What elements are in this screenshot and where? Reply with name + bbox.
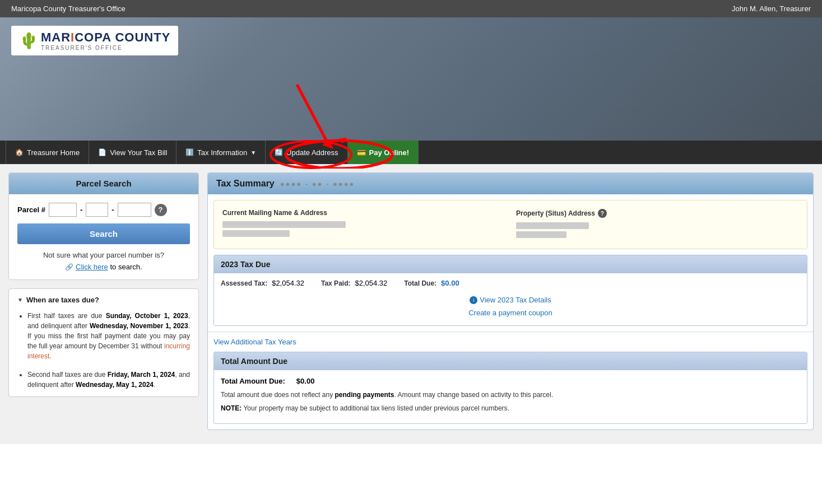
refresh-icon: 🔄 (275, 148, 283, 156)
nav-pay-online[interactable]: 💳 Pay Online! (348, 141, 419, 164)
county-name: MARICOPA COUNTY (41, 30, 170, 45)
credit-card-icon: 💳 (357, 148, 366, 157)
cactus-icon: 🌵 (19, 33, 39, 49)
view-additional-tax-years-link[interactable]: View Additional Tax Years (213, 338, 807, 346)
total-amount-header: Total Amount Due (214, 352, 807, 370)
mailing-address-col: Current Mailing Name & Address (222, 209, 505, 240)
parcel-input-2[interactable] (86, 203, 108, 217)
property-address-line1-redacted (516, 222, 589, 229)
taxes-due-box: ▼ When are taxes due? First half taxes a… (8, 288, 199, 397)
taxes-due-item-2: Second half taxes are due Friday, March … (27, 370, 190, 390)
mailing-address-label: Current Mailing Name & Address (222, 209, 505, 217)
tax-2023-header: 2023 Tax Due (214, 255, 807, 273)
nav-view-tax-bill[interactable]: 📄 View Your Tax Bill (89, 141, 177, 164)
nav-wrapper: 🏠 Treasurer Home 📄 View Your Tax Bill ℹ️… (0, 141, 822, 164)
parcel-input-1[interactable] (49, 203, 77, 217)
parcel-search-title: Parcel Search (9, 173, 198, 194)
view-2023-tax-details-link[interactable]: i View 2023 Tax Details (470, 296, 551, 304)
taxes-due-title: ▼ When are taxes due? (17, 296, 190, 304)
document-icon: 📄 (98, 148, 106, 156)
tax-summary-box: Tax Summary ●●●● - ●● - ●●●● Current Mai… (207, 172, 814, 430)
banner: // We'll generate this via inline approa… (0, 17, 822, 141)
parcel-label: Parcel # (17, 206, 45, 214)
property-address-info-icon[interactable]: ? (598, 209, 607, 218)
parcel-dash-2: - (112, 206, 114, 214)
search-button[interactable]: Search (17, 223, 190, 244)
tax-paid-value: $2,054.32 (355, 279, 387, 287)
office-subtitle: TREASURER'S OFFICE (41, 45, 170, 51)
tax-2023-section: 2023 Tax Due Assessed Tax: $2,054.32 Tax… (213, 255, 807, 326)
total-amount-body: Total Amount Due: $0.00 Total amount due… (214, 370, 807, 423)
parcel-help-button[interactable]: ? (155, 204, 167, 216)
tax-paid-field: Tax Paid: $2,054.32 (321, 279, 387, 287)
not-sure-text: Not sure what your parcel number is? (17, 251, 190, 259)
info-icon: ℹ️ (185, 148, 194, 156)
taxes-due-item-1: First half taxes are due Sunday, October… (27, 311, 190, 361)
logo: 🌵 MARICOPA COUNTY TREASURER'S OFFICE (11, 26, 178, 55)
mailing-address-line1-redacted (222, 221, 346, 228)
info-circle-icon: i (470, 296, 477, 304)
property-address-line2-redacted (516, 231, 566, 238)
parcel-input-3[interactable] (118, 203, 151, 217)
treasurer-name: John M. Allen, Treasurer (732, 4, 811, 13)
mailing-address-line2-redacted (222, 230, 290, 237)
create-payment-coupon-link[interactable]: Create a payment coupon (468, 309, 552, 317)
total-amount-value: $0.00 (296, 377, 315, 385)
dropdown-arrow-icon: ▼ (250, 150, 256, 156)
tax-summary-header: Tax Summary ●●●● - ●● - ●●●● (208, 173, 813, 194)
view-additional-row: View Additional Tax Years (208, 332, 813, 352)
parcel-search-box: Parcel Search Parcel # - - ? Search Not … (8, 172, 199, 280)
triangle-icon: ▼ (17, 297, 23, 303)
top-header: Maricopa County Treasurer's Office John … (0, 0, 822, 17)
right-panel: Tax Summary ●●●● - ●● - ●●●● Current Mai… (207, 172, 814, 436)
total-amount-row: Total Amount Due: $0.00 (221, 377, 800, 385)
total-amount-label: Total Amount Due: (221, 377, 285, 385)
total-due-field: Total Due: $0.00 (404, 279, 459, 287)
tax-2023-row: Assessed Tax: $2,054.32 Tax Paid: $2,054… (221, 279, 800, 287)
total-due-value: $0.00 (441, 279, 459, 287)
taxes-due-list: First half taxes are due Sunday, October… (17, 311, 190, 390)
assessed-tax-field: Assessed Tax: $2,054.32 (221, 279, 304, 287)
parcel-number-redacted: ●●●● - ●● - ●●●● (280, 180, 355, 188)
address-section: Current Mailing Name & Address Property … (213, 200, 807, 249)
home-icon: 🏠 (15, 148, 24, 156)
property-address-label: Property (Situs) Address ? (516, 209, 798, 218)
assessed-tax-value: $2,054.32 (272, 279, 304, 287)
sidebar: Parcel Search Parcel # - - ? Search Not … (8, 172, 199, 436)
nav-bar: 🏠 Treasurer Home 📄 View Your Tax Bill ℹ️… (0, 141, 822, 164)
click-here-link[interactable]: Click here (76, 263, 108, 271)
nav-treasurer-home[interactable]: 🏠 Treasurer Home (6, 141, 89, 164)
total-note-2: NOTE: Your property may be subject to ad… (221, 403, 800, 413)
nav-tax-information[interactable]: ℹ️ Tax Information ▼ (177, 141, 266, 164)
parcel-dash-1: - (80, 206, 82, 214)
tax-2023-links: i View 2023 Tax Details Create a payment… (221, 293, 800, 320)
main-content: Parcel Search Parcel # - - ? Search Not … (0, 164, 822, 444)
external-link-icon: 🔗 (65, 263, 73, 271)
office-title: Maricopa County Treasurer's Office (11, 4, 126, 13)
total-amount-section: Total Amount Due Total Amount Due: $0.00… (213, 352, 807, 424)
total-note-1: Total amount due does not reflect any pe… (221, 390, 800, 400)
property-address-col: Property (Situs) Address ? (516, 209, 798, 240)
nav-update-address[interactable]: 🔄 Update Address (266, 141, 348, 164)
